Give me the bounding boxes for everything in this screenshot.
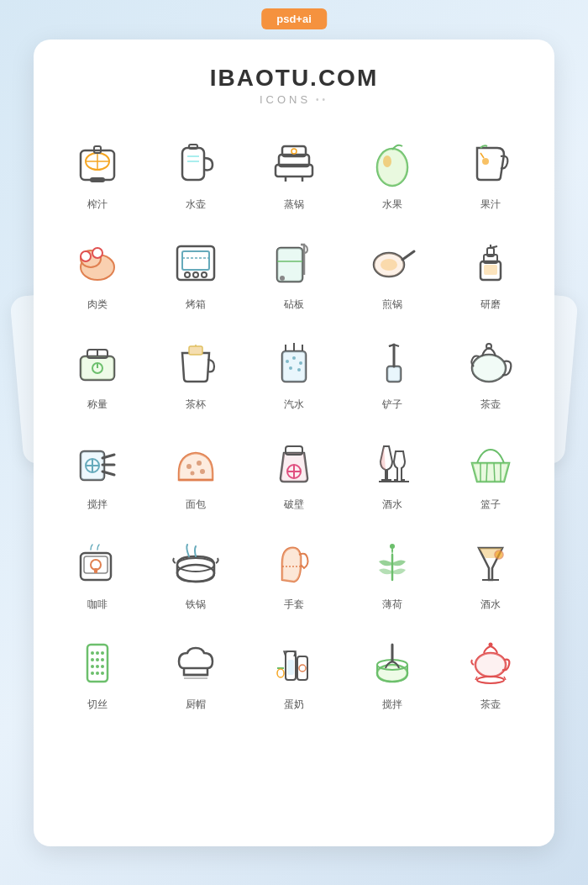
grater-icon <box>72 638 123 688</box>
svg-rect-120 <box>287 660 294 675</box>
site-subtitle: ICONS •• <box>260 93 328 106</box>
svg-point-107 <box>101 651 104 655</box>
frying-pan-icon <box>367 238 417 288</box>
kettle-icon <box>171 138 221 188</box>
teapot-label: 茶壶 <box>480 398 501 412</box>
svg-point-70 <box>486 344 491 349</box>
oven-icon <box>171 238 221 288</box>
svg-rect-52 <box>189 346 202 355</box>
icon-item-fruit: 水果 <box>345 127 439 219</box>
cocktail-label: 酒水 <box>480 598 501 612</box>
svg-point-82 <box>191 471 195 475</box>
meat-label: 肉类 <box>87 298 108 312</box>
iron-pot-icon <box>171 538 221 588</box>
spatula-label: 铲子 <box>382 398 402 412</box>
icon-item-cocktail: 酒水 <box>444 527 538 619</box>
svg-rect-96 <box>94 568 97 573</box>
svg-point-28 <box>185 272 190 277</box>
svg-point-60 <box>292 356 296 360</box>
icon-item-cutting-board: 砧板 <box>247 227 341 319</box>
juice-pitcher-icon <box>465 138 516 188</box>
svg-point-19 <box>482 158 489 165</box>
soda-label: 汽水 <box>284 398 304 412</box>
svg-point-131 <box>489 642 493 646</box>
svg-point-105 <box>91 651 94 655</box>
icon-item-kettle: 水壶 <box>149 127 243 219</box>
icon-item-teapot2: 茶壶 <box>444 627 538 719</box>
dot1: •• <box>316 95 328 104</box>
bread-label: 面包 <box>186 498 206 512</box>
soda-icon <box>269 338 319 388</box>
icon-item-steamer: 蒸锅 <box>247 127 341 219</box>
format-badge: psd+ai <box>261 8 327 29</box>
wine-icon <box>367 438 417 488</box>
icon-item-milk: 蛋奶 <box>247 627 341 719</box>
svg-point-130 <box>475 653 506 677</box>
stir-icon <box>367 638 417 688</box>
site-title: IBAOTU.COM <box>210 65 378 92</box>
svg-point-59 <box>286 360 289 363</box>
spatula-icon <box>367 338 417 388</box>
icon-item-meat: 肉类 <box>50 227 144 319</box>
icon-item-iron-pot: 铁锅 <box>149 527 243 619</box>
svg-line-90 <box>486 463 487 482</box>
icon-item-juice-pitcher: 果汁 <box>444 127 538 219</box>
blender-label: 破壁 <box>284 498 304 512</box>
scale-icon <box>72 338 123 388</box>
grinder-label: 研磨 <box>480 298 501 312</box>
mint-icon <box>367 538 417 588</box>
svg-point-79 <box>186 464 192 469</box>
svg-point-108 <box>91 658 94 661</box>
svg-rect-55 <box>282 351 306 382</box>
bread-icon <box>171 438 221 488</box>
teapot2-label: 茶壶 <box>480 698 501 712</box>
svg-point-101 <box>390 544 395 549</box>
teapot2-icon <box>465 638 516 688</box>
icon-item-coffee: 咖啡 <box>50 527 144 619</box>
svg-point-30 <box>202 272 207 277</box>
svg-point-113 <box>101 665 104 668</box>
svg-point-17 <box>377 149 407 186</box>
icon-item-wine: 酒水 <box>345 427 439 519</box>
icon-item-oven: 烤箱 <box>149 227 243 319</box>
svg-point-69 <box>472 355 506 382</box>
icon-item-bread: 面包 <box>149 427 243 519</box>
mint-label: 薄荷 <box>382 598 402 612</box>
svg-point-13 <box>291 149 297 154</box>
svg-point-106 <box>96 651 99 655</box>
cocktail-icon <box>465 538 516 588</box>
coffee-icon <box>72 538 123 588</box>
kettle-label: 水壶 <box>186 198 206 212</box>
teacup-icon <box>171 338 221 388</box>
svg-rect-44 <box>484 265 497 275</box>
icon-item-stir: 搅拌 <box>345 627 439 719</box>
svg-rect-6 <box>182 148 204 180</box>
svg-point-114 <box>91 672 94 675</box>
teacup-label: 茶杯 <box>186 398 206 412</box>
iron-pot-label: 铁锅 <box>186 598 206 612</box>
cutting-board-icon <box>269 238 319 288</box>
wine-label: 酒水 <box>382 498 402 512</box>
svg-point-38 <box>381 259 397 271</box>
icon-item-spatula: 铲子 <box>345 327 439 419</box>
stir-label: 搅拌 <box>382 698 402 712</box>
juice-pitcher-label: 果汁 <box>480 198 501 212</box>
icon-item-frying-pan: 煎锅 <box>345 227 439 319</box>
svg-point-124 <box>277 669 284 677</box>
svg-point-62 <box>289 366 292 370</box>
main-card: IBAOTU.COM ICONS •• 榨汁 <box>34 40 554 846</box>
svg-point-23 <box>81 251 91 261</box>
svg-point-61 <box>299 361 302 365</box>
milk-icon <box>269 638 319 688</box>
svg-rect-65 <box>387 366 401 382</box>
mixer-label: 搅拌 <box>87 498 108 512</box>
icon-item-grater: 切丝 <box>50 627 144 719</box>
steamer-icon <box>269 138 319 188</box>
svg-point-115 <box>96 672 99 675</box>
svg-point-116 <box>101 672 104 675</box>
svg-point-34 <box>280 276 285 281</box>
fruit-label: 水果 <box>382 198 402 212</box>
oven-label: 烤箱 <box>186 298 206 312</box>
icon-item-blender: 破壁 <box>247 427 341 519</box>
coffee-label: 咖啡 <box>87 598 108 612</box>
